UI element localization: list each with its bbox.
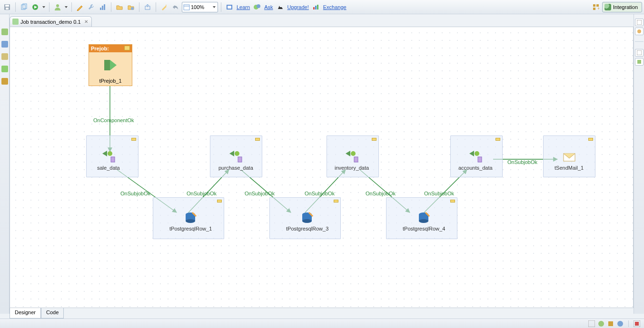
main-toolbar: Learn Ask Upgrade! Exchange + Integratio… bbox=[0, 0, 644, 14]
palette-icon[interactable] bbox=[635, 28, 644, 35]
upgrade-icon[interactable] bbox=[275, 1, 285, 13]
trunjob-purchase[interactable]: purchase_data bbox=[218, 151, 253, 171]
svg-rect-29 bbox=[1, 53, 8, 60]
status-icon[interactable] bbox=[598, 320, 604, 327]
svg-point-11 bbox=[131, 7, 134, 10]
minimize-icon[interactable] bbox=[495, 138, 500, 141]
svg-rect-34 bbox=[637, 50, 642, 55]
svg-point-67 bbox=[419, 219, 428, 223]
trunjob-sale[interactable]: sale_data bbox=[97, 151, 120, 171]
tab-designer[interactable]: Designer bbox=[10, 308, 41, 318]
wand-icon[interactable] bbox=[159, 1, 169, 13]
tprejob-component[interactable] bbox=[103, 58, 118, 72]
svg-rect-35 bbox=[637, 60, 641, 64]
folder-icon[interactable] bbox=[114, 1, 125, 13]
svg-rect-8 bbox=[100, 8, 101, 10]
tpostgresqlrow-1[interactable]: tPostgresqlRow_1 bbox=[169, 212, 212, 232]
minimize-icon[interactable] bbox=[217, 200, 222, 203]
close-icon[interactable]: ✕ bbox=[83, 19, 89, 24]
svg-point-56 bbox=[475, 151, 479, 156]
status-icon[interactable] bbox=[588, 320, 595, 327]
open-perspective-icon[interactable]: + bbox=[591, 1, 601, 13]
svg-rect-22 bbox=[317, 5, 318, 10]
editor-tab[interactable]: Job transaction_demo 0.1 ✕ bbox=[10, 16, 92, 27]
svg-rect-48 bbox=[111, 157, 115, 162]
svg-rect-14 bbox=[184, 5, 189, 10]
save-icon[interactable] bbox=[2, 1, 12, 13]
component-label: tPostgresqlRow_3 bbox=[286, 226, 328, 232]
minimize-icon[interactable] bbox=[124, 46, 130, 50]
view-icon[interactable] bbox=[1, 41, 8, 48]
chart-icon[interactable] bbox=[98, 1, 108, 13]
exchange-icon[interactable] bbox=[311, 1, 321, 13]
status-icon[interactable] bbox=[634, 320, 640, 327]
tab-title: Job transaction_demo 0.1 bbox=[20, 19, 81, 25]
tpostgresqlrow-4[interactable]: tPostgresqlRow_4 bbox=[403, 212, 445, 232]
svg-point-19 bbox=[257, 4, 260, 8]
svg-rect-21 bbox=[315, 6, 317, 10]
ask-link[interactable]: Ask bbox=[264, 4, 273, 10]
exchange-link[interactable]: Exchange bbox=[323, 4, 347, 10]
svg-rect-9 bbox=[102, 6, 103, 10]
svg-rect-32 bbox=[637, 20, 642, 25]
undo-icon[interactable] bbox=[170, 1, 181, 13]
zoom-input[interactable] bbox=[190, 4, 212, 10]
minimize-icon[interactable] bbox=[372, 138, 376, 141]
view-icon[interactable] bbox=[1, 53, 8, 60]
minimize-icon[interactable] bbox=[131, 138, 136, 141]
svg-rect-73 bbox=[635, 322, 639, 326]
run-dropdown[interactable] bbox=[41, 1, 46, 13]
learn-link[interactable]: Learn bbox=[237, 4, 250, 10]
minimize-icon[interactable] bbox=[588, 138, 593, 141]
svg-rect-1 bbox=[5, 5, 9, 7]
svg-rect-57 bbox=[478, 157, 482, 162]
svg-point-33 bbox=[637, 29, 641, 33]
svg-point-64 bbox=[302, 219, 312, 223]
learn-icon[interactable] bbox=[224, 1, 235, 13]
restore-view-icon[interactable] bbox=[635, 19, 644, 26]
ask-icon[interactable] bbox=[252, 1, 262, 13]
trunjob-inventory[interactable]: inventory_data bbox=[335, 151, 369, 171]
upgrade-link[interactable]: Upgrade! bbox=[287, 4, 308, 10]
prejob-container[interactable]: Prejob: tPrejob_1 bbox=[89, 44, 132, 86]
perspective-integration[interactable]: Integration bbox=[602, 2, 642, 12]
view-icon[interactable] bbox=[1, 66, 8, 72]
user-dropdown[interactable] bbox=[64, 1, 69, 13]
minimize-icon[interactable] bbox=[255, 138, 260, 141]
view-icon[interactable] bbox=[1, 29, 8, 35]
link-label: OnSubjobOk bbox=[424, 191, 454, 196]
status-icon[interactable] bbox=[607, 320, 614, 327]
svg-text:+: + bbox=[597, 6, 600, 11]
component-label: tSendMail_1 bbox=[555, 165, 584, 171]
svg-marker-46 bbox=[102, 151, 107, 156]
component-icon[interactable] bbox=[635, 58, 644, 66]
tab-code[interactable]: Code bbox=[41, 308, 64, 318]
trunjob-accounts[interactable]: accounts_data bbox=[458, 151, 493, 171]
component-label: tPrejob_1 bbox=[89, 78, 132, 84]
perspective-label: Integration bbox=[613, 4, 638, 10]
zoom-control[interactable] bbox=[182, 2, 218, 12]
svg-rect-54 bbox=[354, 157, 358, 162]
svg-rect-28 bbox=[1, 41, 8, 48]
designer-code-tabs: Designer Code bbox=[10, 308, 64, 318]
component-label: sale_data bbox=[97, 165, 120, 171]
wrench-icon[interactable] bbox=[86, 1, 97, 13]
folder2-icon[interactable] bbox=[126, 1, 136, 13]
status-icon[interactable] bbox=[617, 320, 624, 327]
tsendmail[interactable]: tSendMail_1 bbox=[555, 151, 584, 171]
export-icon[interactable] bbox=[142, 1, 153, 13]
view-icon[interactable] bbox=[1, 78, 8, 85]
user-icon[interactable] bbox=[52, 1, 63, 13]
restore-view-icon[interactable] bbox=[635, 49, 644, 57]
pencil-icon[interactable] bbox=[75, 1, 85, 13]
minimize-icon[interactable] bbox=[450, 200, 455, 203]
tpostgresqlrow-3[interactable]: tPostgresqlRow_3 bbox=[286, 212, 328, 232]
svg-point-13 bbox=[166, 5, 167, 6]
svg-point-47 bbox=[108, 151, 112, 156]
copy-icon[interactable] bbox=[19, 1, 29, 13]
designer-canvas[interactable]: OnComponentOk OnSubjobOk OnSubjobOk OnSu… bbox=[10, 27, 634, 308]
run-icon[interactable] bbox=[30, 1, 40, 13]
svg-rect-31 bbox=[1, 78, 8, 85]
minimize-icon[interactable] bbox=[334, 200, 338, 203]
svg-point-61 bbox=[186, 219, 195, 223]
